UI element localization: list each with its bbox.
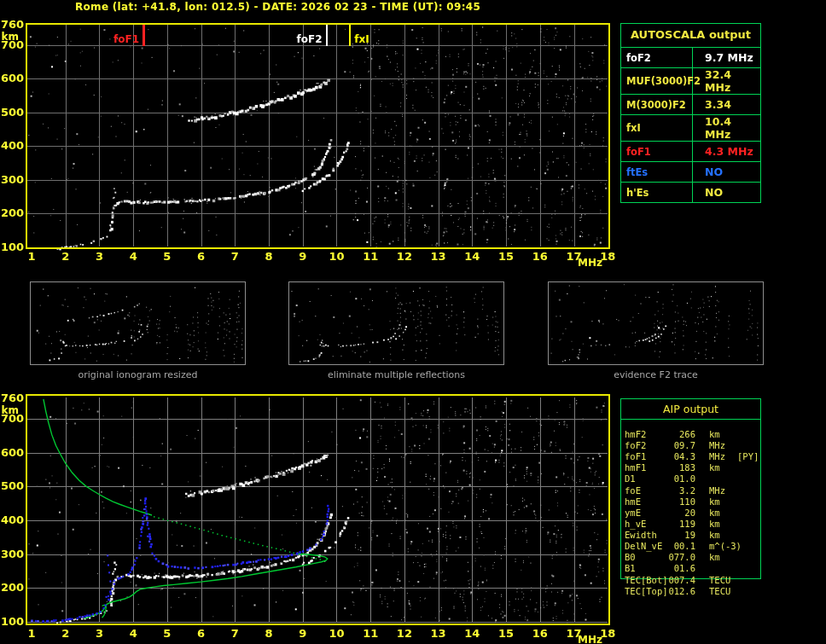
aip-row: B0077.0km xyxy=(620,552,761,563)
aip-row: foF209.7MHz xyxy=(620,440,761,451)
aip-output-title: AIP output xyxy=(620,398,761,420)
autoscala-row: foF14.3 MHz xyxy=(621,142,760,162)
aip-row-unit: km xyxy=(709,462,720,473)
aip-row-extra: [PY] xyxy=(737,451,759,461)
aip-row-unit: TECU xyxy=(709,586,730,596)
x-tick-label: 6 xyxy=(191,628,212,640)
aip-row-unit: m^(-3) xyxy=(709,541,742,551)
x-tick-label: 2 xyxy=(55,628,76,640)
y-tick-label: 600 xyxy=(1,73,24,84)
x-tick-label: 2 xyxy=(55,251,76,263)
aip-row-label: B0 xyxy=(625,552,636,562)
x-tick-label: 12 xyxy=(394,628,415,640)
x-tick-label: 18 xyxy=(597,251,618,263)
panel-original-ionogram xyxy=(30,281,246,365)
aip-row: Ewidth19km xyxy=(620,530,761,541)
station-title: Rome (lat: +41.8, lon: 012.5) - DATE: 20… xyxy=(75,1,480,13)
x-tick-label: 11 xyxy=(360,628,381,640)
x-tick-label: 3 xyxy=(89,628,109,640)
aip-row: DelN_vE00.1m^(-3) xyxy=(620,541,761,552)
panel-eliminate-reflections xyxy=(288,281,504,365)
y-tick-label: 400 xyxy=(1,140,24,152)
y-tick-label: 600 xyxy=(1,447,24,459)
aip-row-value: 110 xyxy=(660,496,695,507)
aip-row-unit: km xyxy=(709,429,720,439)
x-tick-label: 14 xyxy=(462,628,482,640)
x-tick-label: 16 xyxy=(530,251,550,263)
aip-row-value: 20 xyxy=(660,508,695,518)
foF2-marker-line xyxy=(326,25,328,46)
autoscala-row-label: M(3000)F2 xyxy=(621,95,693,114)
autoscala-row-value: 10.4 MHz xyxy=(693,115,760,141)
x-tick-label: 4 xyxy=(123,251,143,263)
autoscala-row-value: NO xyxy=(693,183,760,202)
aip-row-unit: MHz xyxy=(709,485,725,496)
x-tick-label: 7 xyxy=(224,628,245,640)
aip-row-unit: km xyxy=(709,552,720,562)
aip-row-label: foF1 xyxy=(625,451,646,461)
aip-row-label: Ewidth xyxy=(625,530,657,540)
autoscala-row: h'EsNO xyxy=(621,183,760,202)
top-ionogram-frame xyxy=(26,23,610,249)
aip-row-value: 3.2 xyxy=(660,485,695,496)
x-tick-label: 9 xyxy=(293,628,313,640)
x-tick-label: 1 xyxy=(21,251,42,263)
x-tick-label: 15 xyxy=(496,251,516,263)
aip-row-label: h_vE xyxy=(625,519,646,529)
aip-row: hmF1183km xyxy=(620,462,761,473)
autoscala-row-label: MUF(3000)F2 xyxy=(621,68,693,94)
aip-row-label: ymE xyxy=(625,508,641,518)
autoscala-output-title: AUTOSCALA output xyxy=(621,24,760,48)
x-tick-label: 14 xyxy=(462,251,482,263)
aip-row-value: 19 xyxy=(660,530,695,540)
autoscala-row: MUF(3000)F232.4 MHz xyxy=(621,68,760,95)
y-tick-label: 700 xyxy=(1,39,24,51)
x-tick-label: 8 xyxy=(259,251,279,263)
foF1-marker-label: foF1 xyxy=(96,34,139,44)
aip-row-label: foE xyxy=(625,485,641,496)
aip-row: TEC[Bot]007.4TECU xyxy=(620,575,761,586)
aip-row: foF104.3MHz[PY] xyxy=(620,451,761,462)
y-tick-label: 100 xyxy=(1,616,24,628)
y-tick-label: 100 xyxy=(1,241,24,253)
aip-row-value: 09.7 xyxy=(660,440,695,450)
y-tick-label: 500 xyxy=(1,107,24,119)
autoscala-row: ftEsNO xyxy=(621,162,760,183)
y-tick-label: 760 xyxy=(1,19,24,31)
autoscala-screen: Rome (lat: +41.8, lon: 012.5) - DATE: 20… xyxy=(0,0,826,644)
aip-row-label: B1 xyxy=(625,563,636,573)
aip-row-value: 077.0 xyxy=(660,552,695,562)
x-tick-label: 17 xyxy=(564,628,585,640)
y-tick-label: 300 xyxy=(1,548,24,560)
x-tick-label: 15 xyxy=(496,628,516,640)
panel-caption-evidence: evidence F2 trace xyxy=(548,369,764,380)
autoscala-row-value: 4.3 MHz xyxy=(693,142,760,161)
aip-row-value: 119 xyxy=(660,519,695,529)
aip-row-unit: km xyxy=(709,496,720,507)
aip-row: B101.6 xyxy=(620,563,761,574)
autoscala-row-label: foF1 xyxy=(621,142,693,161)
fxI-marker-line xyxy=(349,25,351,46)
aip-row-value: 007.4 xyxy=(660,575,695,585)
aip-output-table: AIP output hmF2266kmfoF209.7MHzfoF104.3M… xyxy=(620,398,761,600)
aip-row: hmF2266km xyxy=(620,429,761,440)
aip-row-label: DelN_vE xyxy=(625,541,662,551)
y-tick-label: 200 xyxy=(1,207,24,219)
y-tick-label: 400 xyxy=(1,514,24,526)
aip-row-label: hmF1 xyxy=(625,462,646,473)
autoscala-rows: foF29.7 MHzMUF(3000)F232.4 MHzM(3000)F23… xyxy=(621,48,760,202)
aip-row: D101.0 xyxy=(620,473,761,484)
aip-row: h_vE119km xyxy=(620,519,761,530)
autoscala-row-label: foF2 xyxy=(621,48,693,67)
autoscala-row-value: 3.34 xyxy=(693,95,760,114)
aip-row-unit: TECU xyxy=(709,575,730,585)
x-tick-label: 7 xyxy=(224,251,245,263)
aip-row-label: D1 xyxy=(625,473,636,484)
autoscala-row-label: fxI xyxy=(621,115,693,141)
x-tick-label: 16 xyxy=(530,628,550,640)
autoscala-row-value: 32.4 MHz xyxy=(693,68,760,94)
x-tick-label: 13 xyxy=(428,628,449,640)
aip-row: hmE110km xyxy=(620,496,761,508)
aip-row-value: 04.3 xyxy=(660,451,695,461)
autoscala-row-value: NO xyxy=(693,162,760,182)
